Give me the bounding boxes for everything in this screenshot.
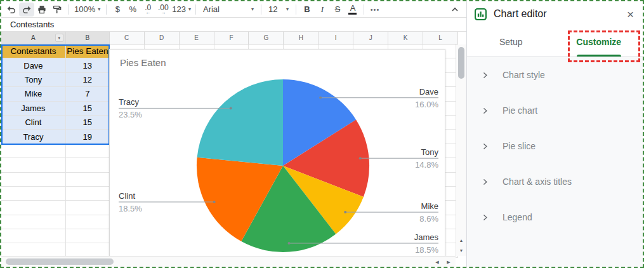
scroll-down-icon[interactable]: ▼: [456, 246, 466, 255]
chevron-right-icon: [481, 107, 489, 115]
label-anchor-dot: [344, 211, 346, 213]
format-percent-button[interactable]: %: [125, 3, 140, 17]
cell-B6[interactable]: 15: [66, 116, 110, 130]
cell-B14[interactable]: [66, 229, 110, 243]
redo-icon[interactable]: [19, 3, 34, 17]
format-currency-button[interactable]: $: [110, 3, 125, 17]
cell-B7[interactable]: 19: [66, 130, 110, 144]
section-label: Chart & axis titles: [503, 177, 572, 187]
cell-A5[interactable]: James: [1, 102, 66, 116]
section-pie-chart[interactable]: Pie chart: [467, 93, 643, 128]
pie-slice-tracy[interactable]: [197, 79, 283, 166]
bold-button[interactable]: B: [299, 3, 315, 17]
cell-B13[interactable]: [66, 215, 110, 229]
section-chart-axis-titles[interactable]: Chart & axis titles: [467, 164, 643, 199]
cell-A13[interactable]: [1, 215, 66, 229]
section-pie-slice[interactable]: Pie slice: [467, 128, 643, 164]
paint-format-icon[interactable]: [49, 3, 65, 17]
cell-A1[interactable]: Contestants: [1, 44, 66, 58]
vertical-scrollbar-thumb[interactable]: [458, 47, 464, 79]
cell-B2[interactable]: 13: [66, 58, 110, 72]
horizontal-scrollbar-thumb[interactable]: [6, 258, 114, 265]
cell-B11[interactable]: [66, 187, 110, 201]
cell-A3[interactable]: Tony: [1, 73, 66, 87]
column-header-A[interactable]: A▾: [1, 32, 66, 44]
section-legend[interactable]: Legend: [467, 199, 643, 235]
chevron-down-icon: ▾: [251, 6, 254, 12]
slice-label-percent: 18.5%: [415, 245, 438, 255]
percent-label: %: [129, 4, 136, 14]
tab-setup[interactable]: Setup: [467, 27, 555, 57]
chevron-right-icon: [481, 178, 489, 186]
chart-overlay[interactable]: Pies Eaten Dave16.0%Tony14.8%Mike8.6%Jam…: [109, 49, 445, 257]
cell-A14[interactable]: [1, 229, 66, 243]
print-icon[interactable]: [34, 3, 49, 17]
section-chart-style[interactable]: Chart style: [467, 57, 643, 93]
slice-label-name: James: [414, 232, 439, 242]
close-icon[interactable]: ×: [627, 8, 634, 20]
strikethrough-button[interactable]: S: [330, 3, 345, 17]
cell-A7[interactable]: Tracy: [1, 130, 66, 144]
cell-B10[interactable]: [66, 173, 110, 187]
more-options-icon[interactable]: •••: [367, 3, 383, 17]
column-header-F[interactable]: F: [214, 32, 249, 44]
slice-label-percent: 14.8%: [415, 160, 438, 170]
undo-icon[interactable]: [4, 3, 19, 17]
collapse-toolbar-icon[interactable]: [447, 3, 463, 17]
section-label: Legend: [503, 212, 532, 222]
column-header-I[interactable]: I: [319, 32, 353, 44]
section-label: Pie slice: [503, 141, 536, 151]
increase-decimal-button[interactable]: .00→: [155, 3, 171, 17]
number-format-select[interactable]: 123 ▾: [171, 3, 192, 17]
cell-A8[interactable]: [1, 144, 66, 158]
cell-B9[interactable]: [66, 158, 110, 172]
column-header-J[interactable]: J: [353, 32, 388, 44]
cell-B8[interactable]: [66, 144, 110, 158]
column-header-E[interactable]: E: [180, 32, 214, 44]
label-anchor-dot: [230, 107, 232, 109]
cell-B1[interactable]: Pies Eaten: [66, 44, 110, 58]
text-color-icon: A: [350, 4, 356, 12]
column-header-D[interactable]: D: [145, 32, 180, 44]
cell-B5[interactable]: 15: [66, 102, 110, 116]
scroll-right-icon[interactable]: ▶: [444, 257, 453, 267]
column-header-K[interactable]: K: [388, 32, 423, 44]
cell-A6[interactable]: Clint: [1, 116, 66, 130]
cell-A4[interactable]: Mike: [1, 87, 66, 101]
vertical-scrollbar[interactable]: ▲ ▼: [456, 44, 466, 256]
text-color-button[interactable]: A: [345, 3, 360, 17]
cell-A12[interactable]: [1, 201, 66, 215]
formula-bar[interactable]: Contestants: [1, 18, 466, 32]
cell-B3[interactable]: 12: [66, 73, 110, 87]
zoom-value: 100%: [74, 4, 95, 14]
cell-A10[interactable]: [1, 173, 66, 187]
scroll-left-icon[interactable]: ◀: [433, 257, 442, 267]
toolbar-separator: [261, 4, 261, 15]
column-header-C[interactable]: C: [110, 32, 145, 44]
font-size-value: 12: [268, 4, 277, 14]
cell-B4[interactable]: 7: [66, 87, 110, 101]
font-family-select[interactable]: Arial ▾: [199, 3, 258, 17]
slice-label-percent: 16.0%: [415, 100, 438, 109]
column-header-G[interactable]: G: [249, 32, 284, 44]
horizontal-scrollbar[interactable]: ◀ ▶: [1, 256, 456, 267]
cell-B12[interactable]: [66, 201, 110, 215]
pie-chart: Dave16.0%Tony14.8%Mike8.6%James18.5%Clin…: [110, 50, 446, 257]
toolbar-separator: [296, 4, 296, 15]
slice-label-percent: 8.6%: [419, 214, 438, 224]
column-header-L[interactable]: L: [423, 32, 458, 44]
toolbar-separator: [195, 4, 196, 15]
italic-button[interactable]: I: [315, 3, 330, 17]
column-header-B[interactable]: B: [66, 32, 110, 44]
cell-A9[interactable]: [1, 158, 66, 172]
column-header-H[interactable]: H: [284, 32, 319, 44]
decrease-decimal-button[interactable]: .0←: [140, 3, 155, 17]
cell-A2[interactable]: Dave: [1, 58, 66, 72]
scroll-up-icon[interactable]: ▲: [456, 236, 466, 245]
font-size-select[interactable]: 12 ▾: [265, 3, 292, 17]
zoom-select[interactable]: 100% ▾: [72, 3, 103, 17]
tab-customize[interactable]: Customize: [555, 27, 643, 57]
slice-label-percent: 18.5%: [119, 204, 142, 213]
filter-dropdown-icon[interactable]: ▾: [55, 34, 63, 42]
cell-A11[interactable]: [1, 187, 66, 201]
